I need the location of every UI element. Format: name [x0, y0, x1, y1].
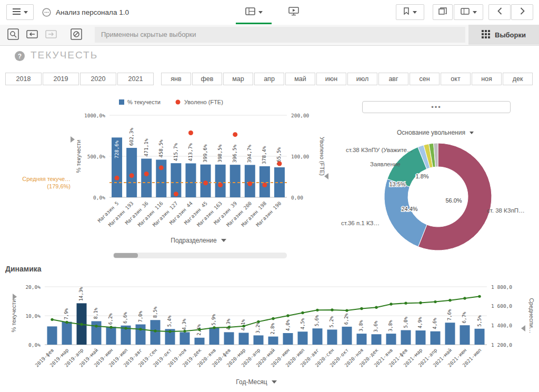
sheet-menu-button[interactable] [454, 4, 483, 20]
sheets-overview-button[interactable] [433, 4, 453, 20]
month-filter-июл[interactable]: июл [347, 73, 377, 85]
line-dot-2020-фев[interactable] [227, 326, 230, 328]
donut-slice-name[interactable]: ст.38 КЗпПУ (Уважите… [346, 147, 413, 153]
month-filter-дек[interactable]: дек [503, 73, 533, 85]
bar-Магазин 200[interactable] [245, 165, 255, 197]
bar-2019-мар[interactable] [62, 322, 72, 345]
caret-down-icon[interactable] [272, 380, 277, 384]
bar-2021-мар[interactable] [416, 330, 426, 345]
donut-slice-name[interactable]: ст.36 п.1 КЗ… [341, 220, 380, 226]
legend-swatch-dot[interactable] [176, 100, 181, 105]
bar-2020-янв[interactable] [209, 328, 219, 345]
sheet-selector-button[interactable] [236, 4, 272, 20]
line-dot-2019-ноя[interactable] [183, 330, 186, 333]
line-dot-2020-май[interactable] [272, 317, 274, 320]
line-dot-2020-июл[interactable] [301, 311, 304, 314]
line-dot-2019-май[interactable] [95, 325, 97, 327]
scatter-dot-Магазин 163[interactable] [218, 183, 223, 187]
bar-Магазин 198[interactable] [259, 166, 270, 197]
donut-slice-ст.36 п.1 КЗ…[interactable] [384, 179, 427, 247]
month-filter-апр[interactable]: апр [254, 73, 284, 85]
next-sheet-button[interactable] [511, 4, 533, 20]
line-dot-2020-авг[interactable] [316, 309, 318, 311]
line-dot-2020-июн[interactable] [286, 314, 289, 317]
line-dot-2021-июн[interactable] [463, 297, 466, 299]
bar-Магазин 163[interactable] [215, 165, 226, 197]
bar-Магазин 193[interactable] [126, 148, 137, 197]
month-filter-янв[interactable]: янв [161, 73, 191, 85]
bar-2020-июн[interactable] [283, 333, 293, 345]
month-filter-мар[interactable]: мар [223, 73, 253, 85]
global-menu-button[interactable] [6, 4, 34, 20]
clear-selections-button[interactable] [69, 28, 83, 42]
donut-dimension-selector[interactable]: Основание увольнения [332, 129, 539, 136]
scatter-dot-Магазин 36[interactable] [144, 172, 149, 176]
bar-Магазин 39[interactable] [230, 165, 241, 197]
bar-2021-апр[interactable] [431, 331, 441, 345]
bar-Магазин 44[interactable] [185, 163, 196, 197]
scatter-dot-Магазин 5[interactable] [115, 176, 119, 180]
line-dot-2019-апр[interactable] [80, 323, 83, 326]
bookmarks-button[interactable] [396, 4, 424, 20]
selections-search-button[interactable] [6, 28, 20, 42]
line-dot-2020-сен[interactable] [331, 308, 333, 311]
bar-2021-янв[interactable] [386, 334, 396, 345]
scatter-dot-Магазин 116[interactable] [159, 165, 164, 170]
line-dot-2019-фев[interactable] [51, 318, 53, 321]
month-filter-фев[interactable]: фев [192, 73, 222, 85]
bar-2019-дек[interactable] [195, 338, 205, 345]
bar-2019-ноя[interactable] [180, 332, 190, 345]
line-dot-2020-мар[interactable] [242, 325, 245, 327]
scatter-dot-Магазин 193[interactable] [129, 173, 134, 178]
line-dot-2021-май[interactable] [448, 299, 451, 301]
x-axis-title[interactable]: Год-Месяц [236, 378, 267, 386]
presentation-button[interactable] [284, 4, 303, 20]
bar-2020-сен[interactable] [327, 329, 337, 345]
bar-Магазин 116[interactable] [156, 159, 166, 197]
line-dot-2021-июл[interactable] [478, 295, 481, 298]
scroll-right-arrow[interactable] [71, 136, 75, 143]
collapse-left-arrow[interactable] [521, 325, 525, 331]
legend-label-dot[interactable]: Уволено (FTE) [184, 99, 223, 105]
line-dot-2020-дек[interactable] [375, 306, 377, 309]
year-filter-2018[interactable]: 2018 [5, 73, 42, 85]
month-filter-май[interactable]: май [285, 73, 315, 85]
month-filter-авг[interactable]: авг [378, 73, 408, 85]
line-dot-2020-ноя[interactable] [360, 307, 363, 310]
month-filter-сен[interactable]: сен [410, 73, 440, 85]
selections-panel-button[interactable]: Выборки [468, 25, 539, 45]
legend-label-bar[interactable]: % текучести [127, 99, 161, 105]
bar-2020-июл[interactable] [298, 331, 308, 345]
line-dot-2019-мар[interactable] [65, 321, 68, 324]
chart-scrollbar[interactable] [113, 253, 287, 258]
bar-2020-мар[interactable] [239, 333, 249, 345]
year-filter-2021[interactable]: 2021 [117, 73, 154, 85]
help-icon[interactable]: ? [15, 51, 25, 61]
bar-2021-май[interactable] [445, 323, 455, 345]
line-dot-2019-авг[interactable] [139, 328, 142, 330]
line-dot-2021-янв[interactable] [390, 303, 392, 305]
month-filter-окт[interactable]: окт [441, 73, 471, 85]
chart-scrollbar-thumb[interactable] [114, 253, 138, 258]
bar-2019-авг[interactable] [136, 325, 146, 345]
line-dot-2020-окт[interactable] [345, 309, 348, 311]
bar-2021-фев[interactable] [401, 330, 411, 345]
bar-2020-апр[interactable] [254, 335, 264, 345]
line-dot-2021-фев[interactable] [404, 301, 407, 304]
scatter-dot-Магазин 39[interactable] [233, 132, 237, 137]
line-dot-2021-апр[interactable] [434, 300, 436, 303]
legend-swatch-bar[interactable] [119, 99, 124, 105]
scatter-dot-Магазин 127[interactable] [174, 192, 178, 196]
bar-2020-фев[interactable] [224, 332, 234, 345]
line-dot-2019-окт[interactable] [168, 330, 171, 333]
line-dot-2020-янв[interactable] [213, 326, 215, 329]
scroll-right-arrow[interactable] [13, 294, 17, 300]
headcount-line[interactable] [52, 296, 480, 331]
bar-2020-ноя[interactable] [357, 334, 367, 345]
donut-slice-name[interactable]: ст. 38 КЗпП… [487, 207, 525, 214]
line-dot-2019-июл[interactable] [124, 327, 127, 329]
bar-2019-июн[interactable] [106, 327, 116, 345]
step-forward-button[interactable] [44, 28, 58, 42]
line-dot-2020-апр[interactable] [257, 320, 259, 323]
year-filter-2019[interactable]: 2019 [43, 73, 79, 85]
